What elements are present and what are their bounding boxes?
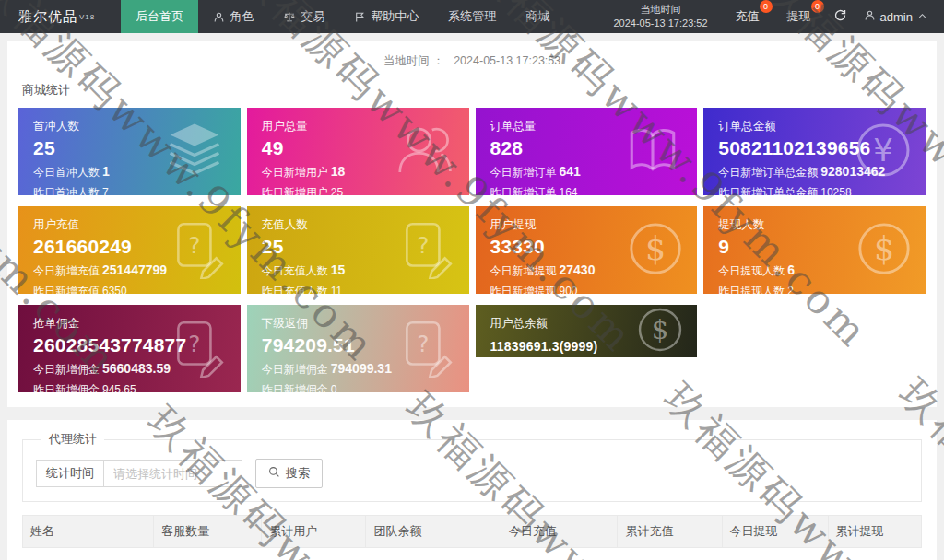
recharge-badge: 0	[760, 0, 773, 13]
refresh-button[interactable]	[833, 8, 847, 25]
cell-name: ceshidaili	[23, 548, 154, 560]
col-header-today-recharge: 今日充值	[501, 516, 618, 548]
svg-text:$: $	[645, 229, 666, 266]
stat-time-label: 统计时间	[36, 460, 104, 487]
card-today-label: 今日新增提现	[490, 264, 557, 277]
admin-menu[interactable]: admin	[864, 9, 927, 24]
col-header-name: 姓名	[23, 516, 154, 548]
app-logo-text: 雅尔优品	[18, 8, 77, 26]
stat-card-sub-rebate: 下级返佣 794209.51 今日新增佣金794099.31 昨日新增佣金0 ?	[247, 305, 469, 392]
nav-item-system-label: 系统管理	[448, 8, 496, 25]
file-question-icon: ?	[395, 317, 456, 381]
card-yesterday-value: 10258	[820, 186, 851, 195]
card-yesterday-label: 昨日新增充值	[33, 285, 100, 294]
dollar-circle-icon: $	[636, 306, 684, 357]
svg-text:?: ?	[188, 232, 200, 259]
cell-service-count: 1	[154, 548, 262, 560]
stat-card-recharge-users: 充值人数 25 今日充值人数15 昨日充值人数11 ?	[247, 206, 469, 294]
stat-cards-grid: 首冲人数 25 今日首冲人数1 昨日首冲人数7 用户总量 49 今日新增用户18…	[7, 99, 937, 392]
nav-item-mall[interactable]: 商城	[511, 0, 564, 33]
cell-team-balance: 10062394.34	[366, 548, 501, 560]
nav-item-trade-label: 交易	[301, 8, 324, 25]
filter-row: 统计时间 搜索	[36, 459, 908, 488]
card-today-value: 18	[331, 164, 346, 179]
nav-item-help[interactable]: 帮助中心	[339, 0, 433, 33]
card-yesterday-value: 25	[331, 186, 343, 195]
navbar-local-time: 当地时间 2024-05-13 17:23:52	[613, 3, 713, 30]
withdraw-button-label: 提现	[787, 9, 811, 23]
card-yesterday-label: 昨日新增佣金	[262, 383, 328, 392]
recharge-button-label: 充值	[736, 9, 760, 23]
stat-card-user-recharge: 用户充值 261660249 今日新增充值251447799 昨日新增充值635…	[18, 206, 241, 294]
svg-text:¥: ¥	[873, 132, 893, 169]
file-question-icon: ?	[167, 317, 228, 381]
card-today-value: 251447799	[102, 262, 167, 277]
cell-total-users: 12	[262, 548, 366, 560]
nav-item-home[interactable]: 后台首页	[121, 0, 198, 33]
agent-stats-panel: 代理统计 统计时间 搜索 姓名 客服数量 累计用户 团队余额 今日充值 累计充值…	[7, 420, 937, 560]
card-today-label: 今日新增佣金	[33, 363, 100, 376]
card-today-value: 15	[331, 262, 346, 277]
card-yesterday-label: 昨日新增订单	[490, 186, 557, 195]
col-header-total-users: 累计用户	[262, 516, 366, 548]
top-navbar: 雅尔优品 V18 后台首页 角色 交易 帮助中心 系统管理 商城 当地时间 20…	[0, 0, 944, 33]
navbar-right: 当地时间 2024-05-13 17:23:52 充值 0 提现 0 admin	[613, 0, 944, 33]
cell-total-withdraw: 5300	[828, 548, 921, 560]
col-header-total-recharge: 累计充值	[618, 516, 722, 548]
card-today-value: 5660483.59	[102, 361, 171, 376]
recharge-button[interactable]: 充值 0	[730, 8, 765, 25]
card-today-label: 今日首冲人数	[33, 166, 100, 179]
col-header-service-count: 客服数量	[154, 516, 262, 548]
app-logo-version: V18	[79, 13, 95, 21]
nav-item-trade[interactable]: 交易	[268, 0, 339, 33]
nav-item-system[interactable]: 系统管理	[433, 0, 511, 33]
cell-today-withdraw: 0	[722, 548, 828, 560]
svg-text:?: ?	[188, 331, 200, 357]
nav-item-roles-label: 角色	[230, 8, 254, 25]
person-icon	[213, 11, 225, 23]
card-yesterday-value: 2	[787, 285, 794, 294]
file-question-icon: ?	[167, 218, 228, 283]
stat-card-first-recharge-users: 首冲人数 25 今日首冲人数1 昨日首冲人数7	[18, 108, 241, 195]
card-yesterday-value: 6350	[102, 285, 127, 294]
card-yesterday-value: 164	[560, 186, 578, 195]
table-header-row: 姓名 客服数量 累计用户 团队余额 今日充值 累计充值 今日提现 累计提现	[23, 516, 922, 548]
stat-card-total-user-balance: 用户总余额 11839691.3(9999) $	[476, 305, 698, 357]
search-button[interactable]: 搜索	[255, 459, 323, 488]
stat-time-input[interactable]	[104, 460, 242, 487]
agent-stats-table: 姓名 客服数量 累计用户 团队余额 今日充值 累计充值 今日提现 累计提现 ce…	[22, 515, 922, 560]
card-today-label: 今日充值人数	[262, 264, 328, 277]
admin-username: admin	[880, 10, 913, 24]
card-today-value: 27430	[560, 262, 596, 277]
chevron-up-icon	[917, 10, 927, 24]
card-today-value: 641	[560, 164, 581, 179]
card-yesterday-label: 昨日新增用户	[262, 186, 328, 195]
layers-icon	[161, 120, 228, 184]
cell-today-recharge: 8100	[501, 548, 618, 560]
local-time-line-value: 2024-05-13 17:23:53	[454, 54, 560, 67]
card-today-label: 今日新增用户	[262, 166, 328, 179]
withdraw-badge: 0	[811, 0, 824, 13]
withdraw-button[interactable]: 提现 0	[782, 8, 817, 25]
stat-card-user-withdraw: 用户提现 33330 今日新增提现27430 昨日新增提现900 $	[476, 206, 698, 294]
card-today-value: 6	[787, 262, 795, 277]
svg-text:$: $	[874, 229, 894, 266]
card-today-label: 今日新增订单	[490, 166, 557, 179]
nav-item-mall-label: 商城	[525, 8, 549, 25]
local-time-line-label: 当地时间 ：	[384, 54, 444, 67]
card-today-label: 今日提现人数	[718, 264, 785, 277]
user-icon	[864, 9, 876, 24]
card-yesterday-value: 945.65	[102, 383, 136, 392]
dollar-circle-icon: $	[627, 220, 684, 281]
card-yesterday-label: 昨日新增提现	[490, 285, 557, 294]
svg-text:?: ?	[417, 331, 429, 357]
stat-card-grab-commission: 抢单佣金 26028543774877 今日新增佣金5660483.59 昨日新…	[18, 305, 241, 392]
dollar-circle-icon: $	[856, 220, 913, 281]
card-yesterday-value: 900	[560, 285, 578, 294]
scales-icon	[283, 11, 296, 23]
nav-item-roles[interactable]: 角色	[198, 0, 268, 33]
navbar-local-time-value: 2024-05-13 17:23:52	[613, 17, 707, 30]
col-header-total-withdraw: 累计提现	[828, 516, 921, 548]
card-yesterday-label: 昨日新增佣金	[33, 383, 100, 392]
card-today-label: 今日新增佣金	[262, 363, 328, 376]
